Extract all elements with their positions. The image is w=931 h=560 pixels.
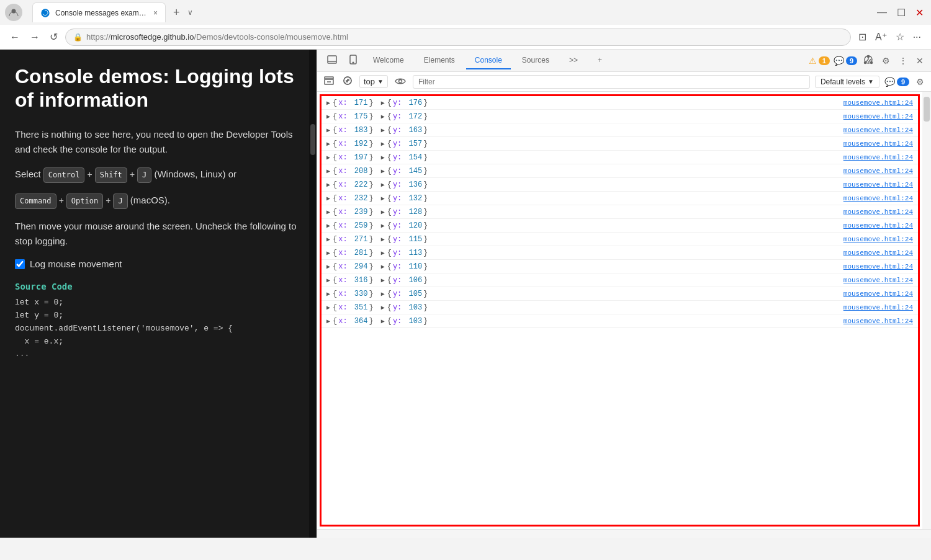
minimize-button[interactable]: — (875, 4, 889, 20)
console-row[interactable]: ▶ { x: 364 } ▶ { y: 103 } mousemove.html… (322, 314, 918, 328)
more-devtools-button[interactable]: ⋮ (896, 53, 910, 68)
console-row[interactable]: ▶ { x: 183 } ▶ { y: 163 } mousemove.html… (322, 123, 918, 137)
console-row[interactable]: ▶ { x: 259 } ▶ { y: 120 } mousemove.html… (322, 219, 918, 233)
console-vertical-scrollbar[interactable] (922, 92, 931, 529)
console-row[interactable]: ▶ { x: 239 } ▶ { y: 128 } mousemove.html… (322, 205, 918, 219)
console-row[interactable]: ▶ { x: 330 } ▶ { y: 105 } mousemove.html… (322, 287, 918, 301)
svg-point-8 (871, 62, 873, 64)
console-settings-button[interactable]: ⚙ (914, 75, 926, 89)
context-selector[interactable]: top ▼ (359, 75, 388, 88)
eye-button[interactable] (393, 75, 408, 89)
network-icon[interactable] (861, 52, 876, 69)
add-panel-button[interactable]: + (589, 52, 611, 69)
info-badge-container: 💬 9 (834, 56, 857, 66)
tab-sources[interactable]: Sources (513, 52, 558, 69)
source-link[interactable]: mousemove.html:24 (843, 140, 913, 148)
console-row[interactable]: ▶ { x: 197 } ▶ { y: 154 } mousemove.html… (322, 151, 918, 164)
address-bar[interactable]: 🔒 https://microsoftedge.github.io/Demos/… (65, 29, 851, 46)
console-row-content: ▶ { x: 208 } ▶ { y: 145 } mousemove.html… (326, 167, 913, 176)
x-object: { x: 171 } (333, 99, 374, 107)
user-avatar[interactable] (5, 4, 22, 21)
expand-arrow: ▶ (326, 318, 330, 325)
console-row[interactable]: ▶ { x: 294 } ▶ { y: 110 } mousemove.html… (322, 260, 918, 273)
source-link[interactable]: mousemove.html:24 (843, 154, 913, 161)
source-link[interactable]: mousemove.html:24 (843, 290, 913, 298)
log-levels-selector[interactable]: Default levels ▼ (815, 76, 879, 88)
more-button[interactable]: ··· (911, 29, 924, 45)
tab-close-button[interactable]: × (153, 9, 158, 17)
console-row[interactable]: ▶ { x: 171 } ▶ { y: 176 } mousemove.html… (322, 96, 918, 110)
read-aloud-button[interactable]: A⁺ (873, 29, 889, 45)
source-link[interactable]: mousemove.html:24 (843, 277, 913, 284)
plus-2: + (130, 169, 137, 179)
settings-devtools-button[interactable]: ⚙ (879, 53, 893, 68)
url-display: https://microsoftedge.github.io/Demos/de… (86, 32, 348, 42)
source-link[interactable]: mousemove.html:24 (843, 318, 913, 325)
tab-elements[interactable]: Elements (415, 52, 464, 69)
source-link[interactable]: mousemove.html:24 (843, 113, 913, 120)
shortcut-select-text: Select (15, 169, 43, 179)
more-tabs-button[interactable]: >> (560, 52, 587, 69)
console-row[interactable]: ▶ { x: 232 } ▶ { y: 132 } mousemove.html… (322, 192, 918, 205)
code-line-3: document.addEventListener('mousemove', e… (15, 322, 302, 336)
favorite-button[interactable]: ☆ (893, 29, 907, 45)
x-object: { x: 259 } (333, 221, 374, 230)
source-link[interactable]: mousemove.html:24 (843, 99, 913, 107)
console-row-content: ▶ { x: 271 } ▶ { y: 115 } mousemove.html… (326, 235, 913, 244)
maximize-button[interactable]: ☐ (894, 4, 908, 21)
filter-input[interactable] (413, 75, 810, 89)
console-row[interactable]: ▶ { x: 281 } ▶ { y: 113 } mousemove.html… (322, 246, 918, 260)
source-code-section: Source Code let x = 0; let y = 0; docume… (15, 282, 302, 361)
console-row[interactable]: ▶ { x: 192 } ▶ { y: 157 } mousemove.html… (322, 137, 918, 151)
expand-arrow-y: ▶ (381, 277, 385, 284)
tab-dropdown-button[interactable]: ∨ (187, 8, 193, 17)
console-row[interactable]: ▶ { x: 208 } ▶ { y: 145 } mousemove.html… (322, 164, 918, 178)
source-link[interactable]: mousemove.html:24 (843, 222, 913, 229)
source-link[interactable]: mousemove.html:24 (843, 249, 913, 257)
log-checkbox[interactable] (15, 259, 25, 269)
y-object: { y: 172 } (387, 112, 428, 121)
y-object: { y: 163 } (387, 126, 428, 135)
source-link[interactable]: mousemove.html:24 (843, 127, 913, 134)
close-devtools-button[interactable]: ✕ (914, 53, 926, 68)
active-tab[interactable]: Console messages examples: Us × (32, 2, 166, 22)
expand-arrow-y: ▶ (381, 113, 385, 120)
new-tab-button[interactable]: + (168, 6, 185, 19)
source-link[interactable]: mousemove.html:24 (843, 304, 913, 311)
source-link[interactable]: mousemove.html:24 (843, 195, 913, 202)
clear-console-button[interactable] (341, 74, 354, 89)
console-horizontal-scrollbar[interactable] (317, 529, 931, 538)
left-panel-scrollbar[interactable] (309, 50, 317, 538)
source-link[interactable]: mousemove.html:24 (843, 208, 913, 216)
archive-button[interactable] (322, 74, 336, 89)
expand-arrow-y: ▶ (381, 195, 385, 202)
source-link[interactable]: mousemove.html:24 (843, 181, 913, 189)
source-code-label: Source Code (15, 282, 302, 291)
console-row[interactable]: ▶ { x: 222 } ▶ { y: 136 } mousemove.html… (322, 178, 918, 192)
console-row[interactable]: ▶ { x: 351 } ▶ { y: 103 } mousemove.html… (322, 301, 918, 314)
source-link[interactable]: mousemove.html:24 (843, 263, 913, 270)
tab-console[interactable]: Console (466, 52, 511, 69)
tab-welcome[interactable]: Welcome (364, 52, 413, 69)
close-window-button[interactable]: ✕ (913, 4, 926, 21)
expand-arrow-y: ▶ (381, 99, 385, 107)
kbd-j-mac: J (113, 193, 127, 209)
demo-title: Console demos: Logging lots of informati… (15, 64, 302, 112)
source-link[interactable]: mousemove.html:24 (843, 236, 913, 243)
console-row[interactable]: ▶ { x: 316 } ▶ { y: 106 } mousemove.html… (322, 273, 918, 287)
x-object: { x: 281 } (333, 249, 374, 257)
macos-text: (macOS). (130, 195, 170, 205)
mobile-view-icon[interactable] (344, 51, 362, 71)
expand-arrow: ▶ (326, 236, 330, 243)
source-link[interactable]: mousemove.html:24 (843, 167, 913, 175)
collection-button[interactable]: ⊡ (856, 29, 869, 45)
responsive-view-icon[interactable] (322, 51, 342, 70)
console-row[interactable]: ▶ { x: 271 } ▶ { y: 115 } mousemove.html… (322, 233, 918, 246)
console-output[interactable]: ▶ { x: 171 } ▶ { y: 176 } mousemove.html… (320, 94, 920, 527)
expand-arrow: ▶ (326, 304, 330, 311)
expand-arrow-y: ▶ (381, 140, 385, 148)
forward-button[interactable]: → (27, 29, 42, 45)
back-button[interactable]: ← (7, 29, 22, 45)
console-row[interactable]: ▶ { x: 175 } ▶ { y: 172 } mousemove.html… (322, 110, 918, 123)
refresh-button[interactable]: ↺ (47, 29, 60, 45)
